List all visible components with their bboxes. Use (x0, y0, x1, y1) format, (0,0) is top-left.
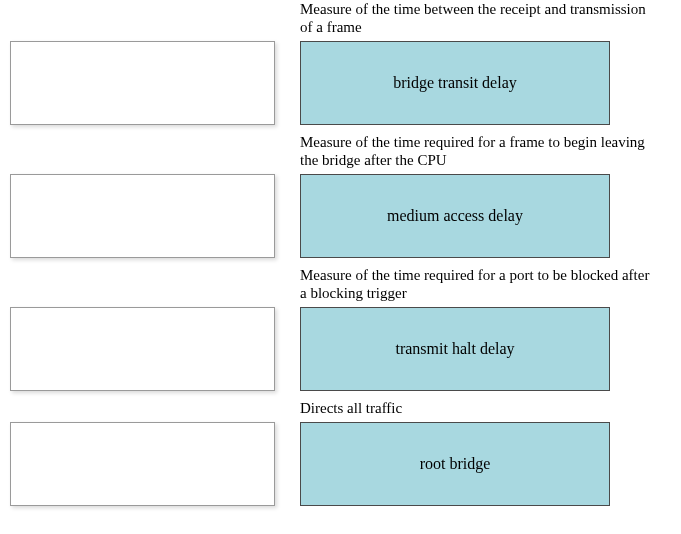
term-label: root bridge (420, 455, 491, 473)
definition-text-1: Measure of the time between the receipt … (300, 0, 650, 38)
term-label: bridge transit delay (393, 74, 517, 92)
definition-text-3: Measure of the time required for a port … (300, 266, 650, 304)
term-box-root-bridge[interactable]: root bridge (300, 422, 610, 506)
term-label: transmit halt delay (395, 340, 514, 358)
term-box-bridge-transit-delay[interactable]: bridge transit delay (300, 41, 610, 125)
term-label: medium access delay (387, 207, 523, 225)
drop-zone-3[interactable] (10, 307, 275, 391)
definition-text-2: Measure of the time required for a frame… (300, 133, 650, 171)
drop-zone-4[interactable] (10, 422, 275, 506)
definition-text-4: Directs all traffic (300, 399, 650, 419)
drop-zone-2[interactable] (10, 174, 275, 258)
term-box-medium-access-delay[interactable]: medium access delay (300, 174, 610, 258)
term-box-transmit-halt-delay[interactable]: transmit halt delay (300, 307, 610, 391)
drop-zone-1[interactable] (10, 41, 275, 125)
